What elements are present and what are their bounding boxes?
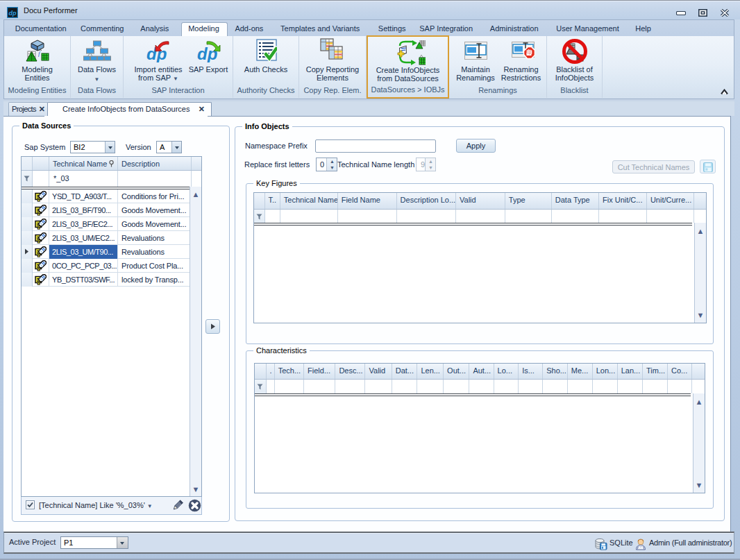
svg-text:dp: dp	[9, 10, 17, 17]
svg-text:f: f	[38, 50, 41, 57]
svg-text:dp: dp	[197, 44, 217, 62]
